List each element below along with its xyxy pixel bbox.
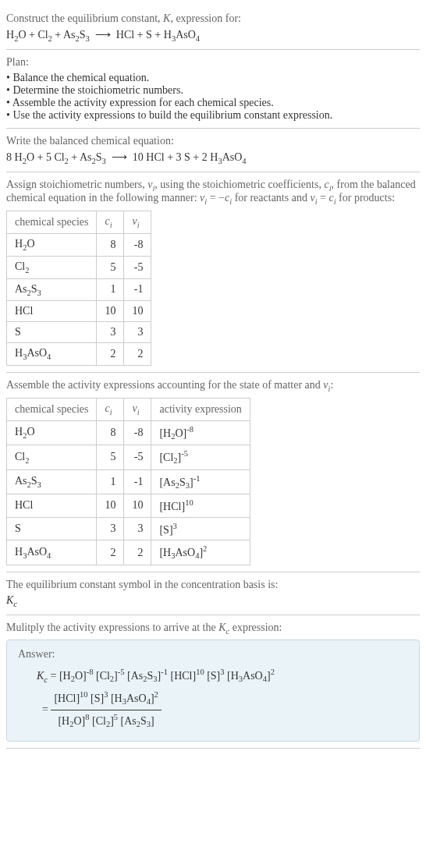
cell-species: As2S3 bbox=[7, 278, 97, 301]
table-row: S33 bbox=[7, 322, 151, 343]
cell-ci: 1 bbox=[97, 469, 124, 494]
plan-item: Determine the stoichiometric numbers. bbox=[6, 84, 420, 97]
stoich-intro: Assign stoichiometric numbers, νi, using… bbox=[6, 179, 420, 207]
col-species: chemical species bbox=[7, 211, 97, 234]
cell-activity: [S]3 bbox=[151, 517, 250, 540]
stoich-text: Assign stoichiometric numbers, bbox=[6, 179, 147, 190]
plan-title: Plan: bbox=[6, 56, 420, 69]
cell-nui: 3 bbox=[124, 517, 151, 540]
answer-formula: Kc = [H2O]-8 [Cl2]-5 [As2S3]-1 [HCl]10 [… bbox=[37, 665, 408, 732]
activity-prompt: Assemble the activity expressions accoun… bbox=[6, 379, 420, 393]
plan-item: Use the activity expressions to build th… bbox=[6, 109, 420, 122]
table-row: HCl1010[HCl]10 bbox=[7, 494, 250, 518]
symbol-prompt: The equilibrium constant symbol in the c… bbox=[6, 579, 420, 591]
balanced-equation: 8 H2O + 5 Cl2 + As2S3 ⟶ 10 HCl + 3 S + 2… bbox=[6, 151, 420, 165]
table-row: H2O8-8 bbox=[7, 233, 151, 256]
plan-item: Balance the chemical equation. bbox=[6, 72, 420, 84]
multiply-prompt: Mulitply the activity expressions to arr… bbox=[6, 622, 420, 636]
col-ci: ci bbox=[97, 398, 124, 420]
col-nui: νi bbox=[124, 398, 151, 420]
cell-species: H3AsO4 bbox=[7, 540, 97, 565]
symbol-section: The equilibrium constant symbol in the c… bbox=[6, 572, 420, 615]
cell-activity: [H2O]-8 bbox=[151, 420, 250, 445]
cell-nui: -1 bbox=[124, 278, 151, 301]
col-activity: activity expression bbox=[151, 398, 250, 420]
cell-species: As2S3 bbox=[7, 469, 97, 494]
cell-species: HCl bbox=[7, 301, 97, 322]
table-row: S33[S]3 bbox=[7, 517, 250, 540]
table-row: As2S31-1[As2S3]-1 bbox=[7, 469, 250, 494]
cell-ci: 2 bbox=[97, 343, 124, 366]
cell-species: HCl bbox=[7, 494, 97, 518]
cell-activity: [HCl]10 bbox=[151, 494, 250, 518]
cell-ci: 3 bbox=[97, 322, 124, 343]
col-species: chemical species bbox=[7, 398, 97, 420]
cell-ci: 8 bbox=[97, 233, 124, 256]
cell-activity: [Cl2]-5 bbox=[151, 445, 250, 469]
cell-ci: 2 bbox=[97, 540, 124, 565]
balanced-prompt: Write the balanced chemical equation: bbox=[6, 135, 420, 147]
table-row: Cl25-5[Cl2]-5 bbox=[7, 445, 250, 469]
cell-species: H3AsO4 bbox=[7, 343, 97, 366]
construct-prompt: Construct the equilibrium constant, K, e… bbox=[6, 12, 420, 25]
cell-activity: [H3AsO4]2 bbox=[151, 540, 250, 565]
cell-ci: 10 bbox=[97, 301, 124, 322]
cell-nui: -8 bbox=[124, 420, 151, 445]
cell-species: S bbox=[7, 517, 97, 540]
col-nui: νi bbox=[124, 211, 151, 234]
table-row: H3AsO422[H3AsO4]2 bbox=[7, 540, 250, 565]
cell-species: H2O bbox=[7, 233, 97, 256]
answer-box: Answer: Kc = [H2O]-8 [Cl2]-5 [As2S3]-1 [… bbox=[6, 639, 420, 741]
cell-nui: -5 bbox=[124, 445, 151, 469]
table-header-row: chemical species ci νi activity expressi… bbox=[7, 398, 250, 420]
activity-table: chemical species ci νi activity expressi… bbox=[6, 398, 250, 565]
kc-symbol: Kc bbox=[6, 594, 420, 608]
stoich-section: Assign stoichiometric numbers, νi, using… bbox=[6, 172, 420, 374]
cell-nui: 2 bbox=[124, 540, 151, 565]
stoich-text: for products: bbox=[336, 192, 395, 204]
balanced-section: Write the balanced chemical equation: 8 … bbox=[6, 129, 420, 172]
stoich-table: chemical species ci νi H2O8-8 Cl25-5 As2… bbox=[6, 211, 151, 366]
stoich-text: for reactants and bbox=[232, 192, 310, 204]
cell-species: H2O bbox=[7, 420, 97, 445]
cell-ci: 1 bbox=[97, 278, 124, 301]
cell-activity: [As2S3]-1 bbox=[151, 469, 250, 494]
stoich-text: , using the stoichiometric coefficients, bbox=[154, 179, 324, 190]
multiply-section: Mulitply the activity expressions to arr… bbox=[6, 615, 420, 749]
cell-nui: 10 bbox=[124, 301, 151, 322]
cell-ci: 3 bbox=[97, 517, 124, 540]
cell-ci: 5 bbox=[97, 256, 124, 278]
answer-label: Answer: bbox=[18, 648, 408, 661]
plan-section: Plan: Balance the chemical equation. Det… bbox=[6, 50, 420, 129]
table-row: HCl1010 bbox=[7, 301, 151, 322]
cell-species: Cl2 bbox=[7, 445, 97, 469]
cell-ci: 10 bbox=[97, 494, 124, 518]
cell-nui: 3 bbox=[124, 322, 151, 343]
unbalanced-equation: H2O + Cl2 + As2S3 ⟶ HCl + S + H3AsO4 bbox=[6, 28, 420, 43]
plan-item: Assemble the activity expression for eac… bbox=[6, 97, 420, 109]
cell-nui: 2 bbox=[124, 343, 151, 366]
activity-section: Assemble the activity expressions accoun… bbox=[6, 373, 420, 572]
cell-ci: 8 bbox=[97, 420, 124, 445]
cell-nui: -5 bbox=[124, 256, 151, 278]
cell-nui: 10 bbox=[124, 494, 151, 518]
cell-species: S bbox=[7, 322, 97, 343]
table-row: H2O8-8[H2O]-8 bbox=[7, 420, 250, 445]
plan-bullets: Balance the chemical equation. Determine… bbox=[6, 72, 420, 122]
col-ci: ci bbox=[97, 211, 124, 234]
table-row: As2S31-1 bbox=[7, 278, 151, 301]
table-row: Cl25-5 bbox=[7, 256, 151, 278]
cell-nui: -1 bbox=[124, 469, 151, 494]
cell-nui: -8 bbox=[124, 233, 151, 256]
table-row: H3AsO422 bbox=[7, 343, 151, 366]
construct-section: Construct the equilibrium constant, K, e… bbox=[6, 6, 420, 50]
cell-species: Cl2 bbox=[7, 256, 97, 278]
cell-ci: 5 bbox=[97, 445, 124, 469]
table-header-row: chemical species ci νi bbox=[7, 211, 151, 234]
